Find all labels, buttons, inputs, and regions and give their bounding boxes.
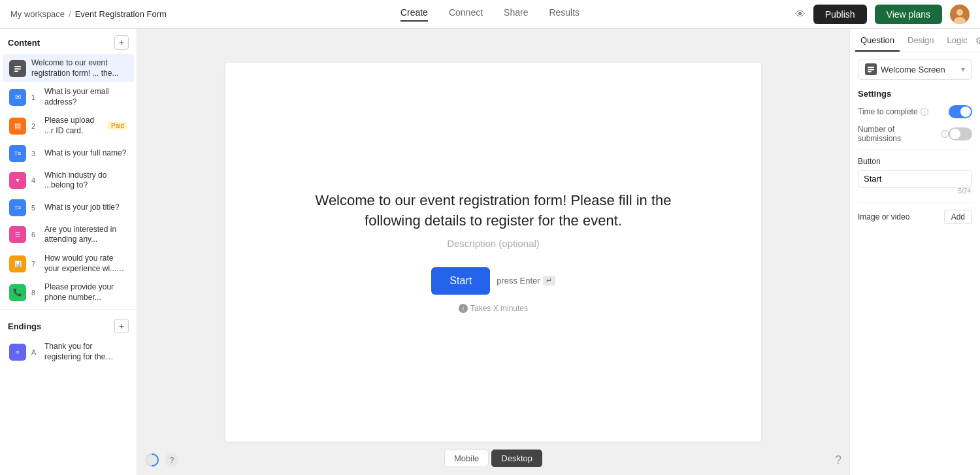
form-title: Event Registration Form (75, 9, 167, 19)
email-icon: ✉ (9, 89, 26, 106)
endings-label: Endings (8, 321, 41, 331)
item-text: Which industry do ...belong to? (44, 171, 127, 191)
tab-connect[interactable]: Connect (449, 7, 483, 22)
upload-icon: ▤ (9, 118, 26, 135)
right-panel-body: Welcome Screen ▾ Settings Time to comple… (850, 52, 980, 231)
top-nav: My workspace / Event Registration Form C… (0, 0, 980, 29)
tab-logic[interactable]: Logic (942, 29, 973, 52)
add-image-button[interactable]: Add (944, 210, 972, 224)
breadcrumb: My workspace / Event Registration Form (10, 9, 167, 19)
add-ending-button[interactable]: + (114, 319, 129, 333)
tab-question[interactable]: Question (855, 29, 900, 52)
settings-gear-icon[interactable]: ⚙ (975, 35, 980, 46)
submissions-info-icon: i (941, 130, 949, 138)
welcome-screen-icon (865, 63, 877, 75)
info-icon: i (459, 304, 468, 313)
job-icon: T≡ (9, 199, 26, 216)
view-plans-button[interactable]: View plans (875, 5, 942, 24)
tab-design[interactable]: Design (902, 29, 939, 52)
time-to-complete-info-icon: i (921, 108, 928, 116)
press-enter-text: press Enter (497, 276, 540, 286)
takes-minutes-text: Takes X minutes (470, 304, 528, 313)
svg-rect-3 (14, 66, 21, 67)
canvas-description[interactable]: Description (optional) (447, 238, 540, 249)
list-item[interactable]: Welcome to our event registration form! … (3, 54, 134, 82)
svg-rect-10 (868, 71, 872, 73)
avatar[interactable] (950, 5, 970, 24)
item-number: 6 (31, 231, 39, 238)
rating-icon: 📊 (9, 255, 26, 272)
ending-icon: ≡ (9, 344, 26, 361)
list-item[interactable]: ▼ 4 Which industry do ...belong to? (3, 167, 134, 195)
phone-icon: 📞 (9, 284, 26, 301)
paid-badge: Paid (108, 122, 127, 130)
number-of-submissions-row: Number of submissions i (858, 125, 972, 143)
preview-icon[interactable]: 👁 (795, 8, 806, 20)
item-number: 7 (31, 260, 39, 268)
item-text: Welcome to our event registration form! … (31, 58, 127, 78)
item-number: 2 (31, 122, 39, 130)
progress-icon[interactable] (145, 453, 159, 467)
svg-rect-5 (14, 71, 18, 72)
caret-down-icon: ▾ (961, 65, 965, 74)
nav-right: 👁 Publish View plans (795, 5, 970, 24)
item-number: 8 (31, 289, 39, 297)
list-item[interactable]: ▤ 2 Please upload ...r ID card. Paid (3, 112, 134, 140)
button-input-row (858, 170, 972, 188)
list-item[interactable]: 📊 7 How would you rate your experience w… (3, 250, 134, 278)
start-button[interactable]: Start (431, 267, 490, 295)
list-item[interactable]: T≡ 5 What is your job title? (3, 195, 134, 220)
takes-minutes: i Takes X minutes (459, 304, 528, 313)
publish-button[interactable]: Publish (813, 5, 867, 24)
toggle-thumb (950, 129, 960, 139)
tab-share[interactable]: Share (504, 7, 528, 22)
fullscreen-icon[interactable]: ? (835, 453, 841, 467)
image-or-video-row: Image or video Add (858, 210, 972, 224)
welcome-screen-selector[interactable]: Welcome Screen ▾ (858, 59, 972, 80)
dropdown-icon: ▼ (9, 172, 26, 189)
right-panel: Question Design Logic ⚙ Welcome Screen ▾… (849, 29, 980, 475)
list-item[interactable]: 📞 8 Please provide your phone number... (3, 278, 134, 306)
view-toggle-bar: Mobile Desktop (444, 450, 542, 467)
right-panel-tabs: Question Design Logic ⚙ (850, 29, 980, 52)
help-icon[interactable]: ? (165, 453, 179, 467)
sidebar: Content + Welcome to our event registrat… (0, 29, 137, 475)
char-count: 5/24 (858, 188, 972, 196)
svg-rect-4 (14, 68, 21, 69)
bottom-left-icons: ? (145, 453, 179, 467)
item-text: How would you rate your experience wi...… (44, 254, 127, 274)
list-item[interactable]: ☰ 6 Are you interested in attending any.… (3, 221, 134, 249)
svg-rect-8 (868, 67, 874, 68)
list-item[interactable]: T≡ 3 What is your full name? (3, 141, 134, 166)
tab-create[interactable]: Create (400, 7, 428, 22)
add-content-button[interactable]: + (114, 35, 129, 50)
list-item[interactable]: ✉ 1 What is your email address? (3, 83, 134, 111)
item-text: What is your full name? (44, 148, 127, 159)
number-of-submissions-toggle[interactable] (949, 127, 972, 140)
item-text: What is your email address? (44, 87, 127, 107)
number-of-submissions-label: Number of submissions i (858, 125, 949, 143)
button-input[interactable] (858, 171, 979, 187)
mobile-view-button[interactable]: Mobile (444, 450, 489, 467)
main-layout: Content + Welcome to our event registrat… (0, 29, 980, 475)
press-enter-label: press Enter ↵ (497, 276, 555, 286)
sidebar-list: Welcome to our event registration form! … (0, 54, 137, 475)
item-text: Please upload ...r ID card. (44, 116, 103, 136)
tab-results[interactable]: Results (549, 7, 580, 22)
workspace-link[interactable]: My workspace (10, 9, 65, 19)
start-button-row: Start press Enter ↵ (431, 267, 555, 295)
image-or-video-label: Image or video (858, 212, 909, 221)
breadcrumb-separator: / (69, 9, 71, 19)
settings-title: Settings (858, 89, 972, 99)
list-item[interactable]: ≡ A Thank you for registering for the ev… (3, 338, 134, 366)
time-to-complete-toggle[interactable] (949, 105, 972, 118)
nav-tabs: Create Connect Share Results (400, 7, 580, 22)
sidebar-divider (0, 309, 137, 310)
content-section-header: Content + (0, 29, 137, 54)
canvas-title[interactable]: Welcome to our event registration form! … (310, 191, 676, 231)
desktop-view-button[interactable]: Desktop (491, 450, 542, 467)
content-label: Content (8, 38, 40, 48)
item-text: Are you interested in attending any... (44, 225, 127, 245)
section-divider-2 (858, 203, 972, 203)
item-number: 4 (31, 176, 39, 184)
